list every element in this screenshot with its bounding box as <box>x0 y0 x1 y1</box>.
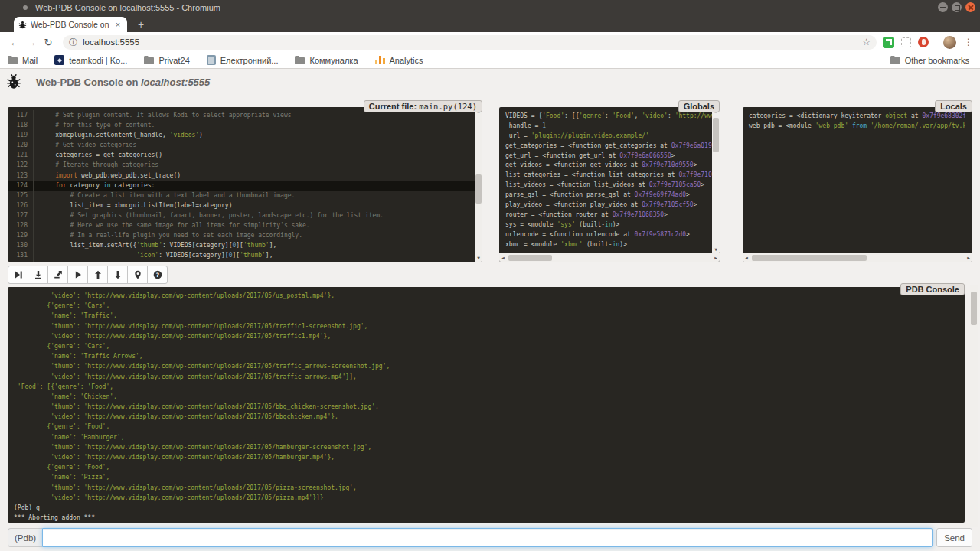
reload-icon[interactable]: ↻ <box>40 37 57 48</box>
console-vertical-scrollbar[interactable] <box>970 285 978 527</box>
code-line: 122 # Iterate through categories <box>8 160 475 170</box>
scrollbar-thumb[interactable] <box>508 255 552 261</box>
scrollbar-thumb[interactable] <box>713 118 719 152</box>
scrollbar-thumb[interactable] <box>475 174 482 204</box>
console-line: 'video': 'http://www.vidsplay.com/wp-con… <box>14 372 959 382</box>
down-button[interactable] <box>107 266 128 284</box>
console-line: *** Aborting addon *** <box>14 513 959 523</box>
scroll-right-icon[interactable]: ▶ <box>965 253 972 262</box>
variable-line: web_pdb = <module 'web_pdb' from '/home/… <box>749 122 965 132</box>
up-button[interactable] <box>87 266 108 284</box>
current-file-badge: Current file: main.py(124) <box>364 100 482 112</box>
kodi-icon <box>54 55 64 65</box>
where-button[interactable] <box>127 266 148 284</box>
text-cursor <box>47 533 47 543</box>
disabled-extension-icon[interactable] <box>901 37 911 47</box>
next-button[interactable] <box>8 266 28 284</box>
site-info-icon[interactable]: ⓘ <box>69 37 77 48</box>
console-line: {'genre': 'Cars', <box>14 301 959 311</box>
scroll-right-icon[interactable]: ▶ <box>712 253 720 262</box>
variable-line: parse_qsl = <function parse_qsl at 0x7f9… <box>505 191 712 201</box>
code-line: 119 xbmcplugin.setContent(_handle, 'vide… <box>8 130 475 140</box>
globals-panel: Globals VIDEOS = {'Food': [{'genre': 'Fo… <box>499 107 720 262</box>
new-tab-button[interactable]: + <box>132 18 150 31</box>
other-bookmarks-button[interactable]: Other bookmarks <box>890 56 969 65</box>
tab-close-icon[interactable]: × <box>113 20 122 29</box>
console-line: 'name': 'Traffic', <box>14 311 959 321</box>
locals-horizontal-scrollbar[interactable]: ◀ ▶ <box>743 253 972 262</box>
url-text[interactable]: localhost:5555 <box>83 37 862 47</box>
scroll-down-icon[interactable]: ▼ <box>712 246 720 253</box>
send-button[interactable]: Send <box>936 528 972 547</box>
bookmark-analytics[interactable]: Analytics <box>375 55 423 65</box>
console-line: 'thumb': 'http://www.vidsplay.com/wp-con… <box>14 321 959 331</box>
console-line: 'thumb': 'http://www.vidsplay.com/wp-con… <box>14 402 959 412</box>
map-marker-icon <box>133 270 142 279</box>
console-line: 'Food': [{'genre': 'Food', <box>14 382 959 392</box>
scrollbar-thumb[interactable] <box>752 255 867 261</box>
console-line: 'video': 'http://www.vidsplay.com/wp-con… <box>14 291 959 301</box>
window-titlebar: Web-PDB Console on localhost:5555 - Chro… <box>0 0 980 15</box>
bookmarks-separator <box>884 55 884 66</box>
tab-title: Web-PDB Console on loca <box>31 20 109 29</box>
console-line: 'name': 'Hamburger', <box>14 432 959 442</box>
continue-button[interactable] <box>67 266 88 284</box>
play-icon <box>74 270 83 279</box>
step-button[interactable] <box>28 266 48 284</box>
maximize-button[interactable] <box>952 2 962 12</box>
browser-toolbar: ← → ↻ ⓘ localhost:5555 ☆ ⋮ <box>0 32 980 52</box>
minimize-button[interactable] <box>938 2 948 12</box>
scrollbar-thumb[interactable] <box>971 292 977 325</box>
step-out-icon <box>54 270 63 279</box>
red-extension-icon[interactable] <box>918 37 929 47</box>
scroll-left-icon[interactable]: ◀ <box>743 253 750 262</box>
close-window-button[interactable] <box>965 2 975 12</box>
scroll-left-icon[interactable]: ◀ <box>499 253 507 262</box>
console-line: 'video': 'http://www.vidsplay.com/wp-con… <box>14 331 959 341</box>
code-line: 118 # for this type of content. <box>8 120 475 130</box>
console-line: 'video': 'http://www.vidsplay.com/wp-con… <box>14 493 959 503</box>
folder-icon <box>295 56 305 64</box>
page-title: Web-PDB Console on localhost:5555 <box>36 77 210 88</box>
back-icon[interactable]: ← <box>6 37 23 48</box>
return-button[interactable] <box>47 266 68 284</box>
console-line: {'genre': 'Food', <box>14 422 959 432</box>
locals-panel: Locals categories = <dictionary-keyitera… <box>743 107 972 262</box>
variable-line: VIDEOS = {'Food': [{'genre': 'Food', 'vi… <box>505 112 712 122</box>
pdb-console-panel: PDB Console 'video': 'http://www.vidspla… <box>8 287 965 523</box>
profile-avatar[interactable] <box>943 36 956 49</box>
green-extension-icon[interactable] <box>883 37 894 48</box>
forward-icon[interactable]: → <box>23 37 40 48</box>
bookmark-star-icon[interactable]: ☆ <box>862 37 871 47</box>
locals-badge: Locals <box>935 100 972 112</box>
console-line: (Pdb) q <box>14 503 959 513</box>
step-forward-icon <box>14 270 23 279</box>
pdb-command-input[interactable] <box>42 528 933 547</box>
bookmark-mail[interactable]: Mail <box>8 56 38 65</box>
code-vertical-scrollbar[interactable]: ▲ ▼ <box>475 107 482 262</box>
code-line: 125 # Create a list item with a text lab… <box>8 191 475 201</box>
step-into-icon <box>34 270 43 279</box>
browser-menu-icon[interactable]: ⋮ <box>963 37 974 47</box>
debugger-toolbar: ? <box>8 266 168 284</box>
code-line: 121 categories = get_categories() <box>8 150 475 160</box>
help-button[interactable]: ? <box>147 266 168 284</box>
pdb-prompt-label: (Pdb) <box>8 528 42 547</box>
code-line: 132 'fanart': VIDEOS[category][0]['thumb… <box>8 260 475 262</box>
bookmark-electronic[interactable]: Електронний... <box>207 55 279 65</box>
bookmark-teamkodi[interactable]: teamkodi | Ko... <box>54 55 127 65</box>
console-line: {'genre': 'Food', <box>14 462 959 472</box>
page-header: Web-PDB Console on localhost:5555 <box>6 74 210 90</box>
tab-web-pdb[interactable]: Web-PDB Console on loca × <box>14 17 127 32</box>
globals-horizontal-scrollbar[interactable]: ◀ ▶ <box>499 253 720 262</box>
code-line: 129 # In a real-life plugin you need to … <box>8 230 475 240</box>
toolbar-separator <box>936 37 936 47</box>
address-bar[interactable]: ⓘ localhost:5555 ☆ <box>63 35 877 50</box>
arrow-up-icon <box>93 270 103 279</box>
scroll-down-icon[interactable]: ▼ <box>475 254 482 262</box>
arrow-down-icon <box>113 270 122 279</box>
bookmark-kommunalka[interactable]: Коммуналка <box>295 56 358 65</box>
pdb-prompt-row: (Pdb) Send <box>8 528 972 547</box>
bookmark-privat24[interactable]: Privat24 <box>144 56 189 65</box>
globals-vertical-scrollbar[interactable]: ▲ ▼ <box>712 107 720 253</box>
